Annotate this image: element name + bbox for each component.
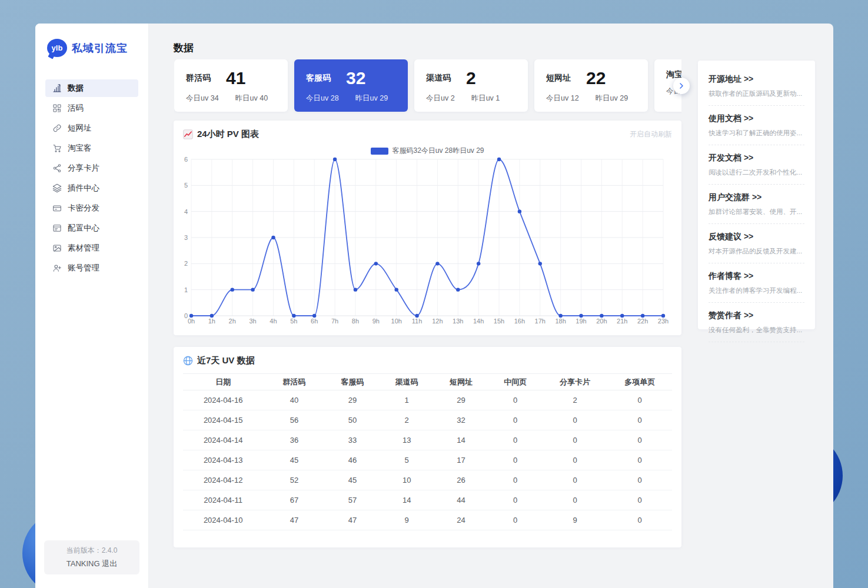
- svg-text:14h: 14h: [473, 318, 484, 325]
- help-link-desc: 对本开源作品的反馈及开发建...: [709, 247, 804, 256]
- qr-code-icon: [52, 103, 62, 113]
- sidebar-item-config[interactable]: 配置中心: [45, 219, 138, 237]
- table-cell: 5: [380, 450, 434, 470]
- help-link-item[interactable]: 使用文档 >> 快速学习和了解正确的使用姿...: [709, 106, 804, 145]
- table-cell: 47: [263, 510, 325, 530]
- sidebar-item-share[interactable]: 分享卡片: [45, 159, 138, 177]
- table-cell: 0: [543, 430, 608, 450]
- table-cell: 0: [543, 470, 608, 490]
- table-cell: 45: [325, 470, 380, 490]
- sidebar-item-label: 分享卡片: [68, 163, 99, 173]
- sidebar-item-icon: [52, 123, 62, 133]
- table-cell: 2024-04-13: [183, 450, 263, 470]
- table-cell: 26: [434, 470, 488, 490]
- pv-chart-title: 24小时 PV 图表: [197, 129, 259, 140]
- sidebar-item-icon: [52, 143, 62, 153]
- help-link-item[interactable]: 开源地址 >> 获取作者的正版源码及更新动...: [709, 66, 804, 106]
- sidebar-item-qr-code[interactable]: 活码: [45, 99, 138, 117]
- table-cell: 17: [434, 450, 488, 470]
- svg-text:6: 6: [184, 157, 188, 163]
- help-link-title: 作者博客 >>: [709, 271, 804, 282]
- brand-name: 私域引流宝: [72, 41, 128, 55]
- help-link-desc: 获取作者的正版源码及更新动...: [709, 89, 804, 98]
- sidebar-menu: 数据 活码 短网址 淘宝客 分享卡片 插件中心 卡密分发 配置中心 素材管理 账…: [35, 79, 148, 277]
- help-link-title: 开发文档 >>: [709, 153, 804, 163]
- stat-card[interactable]: 客服码 32 今日uv 28 昨日uv 29: [294, 59, 408, 112]
- globe-icon: [183, 356, 193, 366]
- table-cell: 0: [607, 450, 672, 470]
- help-link-title: 反馈建议 >>: [709, 232, 804, 242]
- stat-card-today-uv: 今日uv 12: [546, 93, 579, 103]
- help-link-item[interactable]: 作者博客 >> 关注作者的博客学习开发编程...: [709, 263, 804, 303]
- page-background: ylb 私域引流宝 数据 活码 短网址 淘宝客 分享卡片 插件中心 卡密分发 配…: [0, 0, 868, 588]
- stat-cards-row: 群活码 41 今日uv 34 昨日uv 40 客服码 32 今日uv 28 昨日…: [174, 59, 681, 113]
- stat-card[interactable]: 渠道码 2 今日uv 2 昨日uv 1: [414, 59, 528, 112]
- table-cell: 0: [488, 510, 543, 530]
- table-cell: 29: [325, 390, 380, 410]
- pv-chart-panel: 24小时 PV 图表 开启自动刷新 客服码32今日uv 28昨日uv 29 01…: [174, 121, 681, 335]
- sidebar-item-icon: [52, 83, 62, 93]
- svg-text:17h: 17h: [535, 318, 546, 325]
- sidebar-item-link[interactable]: 短网址: [45, 119, 138, 137]
- table-cell: 45: [263, 450, 325, 470]
- uv-table-panel: 近7天 UV 数据 日期群活码客服码渠道码短网址中间页分享卡片多项单页 2024…: [174, 347, 681, 547]
- sidebar-item-wallet[interactable]: 卡密分发: [45, 199, 138, 217]
- stat-card-label: 渠道码: [426, 73, 451, 83]
- sidebar-item-label: 活码: [68, 103, 84, 113]
- table-cell: 52: [263, 470, 325, 490]
- sidebar-item-bar-chart[interactable]: 数据: [45, 79, 138, 97]
- svg-text:11h: 11h: [412, 318, 423, 325]
- svg-text:3h: 3h: [249, 318, 256, 325]
- uv-column-header: 短网址: [434, 374, 488, 390]
- uv-column-header: 分享卡片: [543, 374, 608, 390]
- sidebar-item-icon: [52, 203, 62, 213]
- uv-column-header: 多项单页: [607, 374, 672, 390]
- help-link-item[interactable]: 反馈建议 >> 对本开源作品的反馈及开发建...: [709, 224, 804, 263]
- table-cell: 2024-04-16: [183, 390, 263, 410]
- brand: ylb 私域引流宝: [35, 24, 148, 57]
- uv-table-title-row: 近7天 UV 数据: [183, 355, 255, 366]
- stat-card-yesterday-uv: 昨日uv 29: [596, 93, 628, 103]
- svg-text:3: 3: [184, 234, 188, 241]
- link-icon: [52, 123, 62, 133]
- chevron-right-icon: [678, 82, 685, 89]
- stat-card[interactable]: 群活码 41 今日uv 34 昨日uv 40: [174, 59, 288, 112]
- table-cell: 2024-04-11: [183, 490, 263, 510]
- help-link-item[interactable]: 开发文档 >> 阅读以进行二次开发和个性化...: [709, 145, 804, 185]
- help-link-desc: 没有任何盈利，全靠赞赏支持...: [709, 326, 804, 335]
- help-link-desc: 关注作者的博客学习开发编程...: [709, 286, 804, 295]
- table-cell: 0: [488, 410, 543, 430]
- sidebar-item-cart[interactable]: 淘宝客: [45, 139, 138, 157]
- help-link-title: 开源地址 >>: [709, 74, 804, 85]
- chart-legend[interactable]: 客服码32今日uv 28昨日uv 29: [174, 146, 681, 156]
- sidebar-item-label: 账号管理: [68, 263, 99, 273]
- sidebar-item-icon: [52, 263, 62, 273]
- sidebar-item-label: 插件中心: [68, 183, 99, 193]
- stat-card[interactable]: 短网址 22 今日uv 12 昨日uv 29: [534, 59, 648, 112]
- stat-card-today-uv: 今日uv 28: [306, 93, 339, 103]
- help-link-title: 用户交流群 >>: [709, 192, 804, 203]
- sidebar-item-image[interactable]: 素材管理: [45, 239, 138, 257]
- help-link-item[interactable]: 用户交流群 >> 加群讨论部署安装、使用、开...: [709, 185, 804, 224]
- svg-text:4: 4: [184, 208, 188, 215]
- svg-text:19h: 19h: [576, 318, 586, 325]
- bar-chart-icon: [52, 83, 62, 93]
- help-links-panel: 开源地址 >> 获取作者的正版源码及更新动... 使用文档 >> 快速学习和了解…: [698, 61, 815, 329]
- auto-refresh-toggle[interactable]: 开启自动刷新: [630, 129, 672, 139]
- carousel-next-button[interactable]: [673, 78, 690, 94]
- help-link-item[interactable]: 赞赏作者 >> 没有任何盈利，全靠赞赏支持...: [709, 303, 804, 342]
- sidebar-item-layers[interactable]: 插件中心: [45, 179, 138, 197]
- svg-text:22h: 22h: [637, 318, 648, 325]
- svg-text:2h: 2h: [229, 318, 236, 325]
- sidebar-item-user-plus[interactable]: 账号管理: [45, 259, 138, 277]
- sidebar-item-icon: [52, 103, 62, 113]
- logout-link[interactable]: TANKING 退出: [48, 559, 136, 569]
- table-cell: 0: [607, 490, 672, 510]
- sidebar: ylb 私域引流宝 数据 活码 短网址 淘宝客 分享卡片 插件中心 卡密分发 配…: [35, 24, 149, 588]
- uv-column-header: 客服码: [325, 374, 380, 390]
- sidebar-item-icon: [52, 243, 62, 253]
- table-cell: 0: [488, 470, 543, 490]
- pv-line-chart: 01234560h1h2h3h4h5h6h7h8h9h10h11h12h13h1…: [183, 157, 672, 328]
- table-row: 2024-04-1252451026000: [183, 470, 672, 490]
- svg-text:1: 1: [184, 286, 188, 293]
